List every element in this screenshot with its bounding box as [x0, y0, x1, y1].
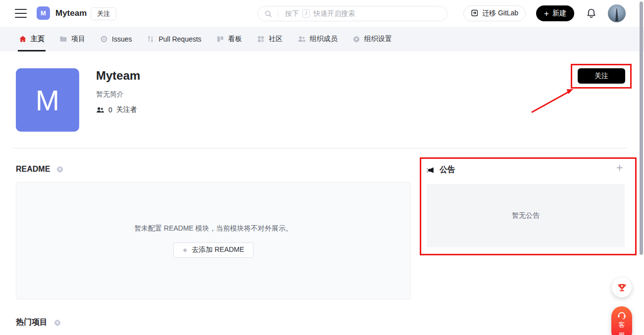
- add-announcement-button[interactable]: +: [616, 162, 623, 174]
- search-input[interactable]: 按下 / 快速开启搜索: [257, 6, 447, 21]
- trophy-icon: [617, 283, 627, 292]
- members-icon: [297, 35, 306, 43]
- announcement-empty-message: 暂无公告: [512, 211, 540, 220]
- popular-title: 热门项目: [16, 317, 48, 328]
- annotation-arrow: [524, 85, 581, 116]
- readme-title: README: [16, 165, 50, 174]
- header-team-name[interactable]: Myteam: [55, 0, 87, 27]
- team-avatar-small: M: [37, 6, 50, 20]
- add-readme-button[interactable]: + 去添加 README: [173, 242, 254, 258]
- search-icon: [264, 10, 272, 18]
- search-divider: [278, 9, 278, 18]
- readme-section-header: README: [16, 165, 64, 174]
- tab-issues[interactable]: Issues: [100, 27, 132, 51]
- plus-icon: +: [544, 9, 549, 18]
- org-followers[interactable]: 0 关注者: [96, 105, 137, 114]
- followers-label: 关注者: [116, 105, 137, 114]
- issue-icon: [100, 35, 108, 43]
- import-icon: [471, 9, 479, 18]
- notifications-bell-icon[interactable]: [586, 8, 596, 21]
- org-name: Myteam: [96, 69, 140, 83]
- announcement-header: 公告: [427, 165, 455, 175]
- service-label-char: 客: [619, 321, 625, 330]
- hamburger-menu-icon[interactable]: [15, 9, 27, 18]
- popular-settings-gear-icon[interactable]: [53, 319, 61, 327]
- community-grid-icon: [257, 35, 265, 43]
- customer-service-button[interactable]: 客 服: [611, 306, 632, 335]
- followers-icon: [96, 106, 104, 114]
- header-follow-button[interactable]: 关注: [91, 7, 116, 20]
- org-nav-tabs: 主页 项目 Issues Pull Requests 看板 社区 组织成员 组: [0, 27, 644, 51]
- tab-community[interactable]: 社区: [257, 27, 283, 51]
- tab-projects[interactable]: 项目: [59, 27, 85, 51]
- top-header: M Myteam 关注 按下 / 快速开启搜索 迁移 GitLab + 新建: [0, 0, 644, 27]
- rewards-trophy-button[interactable]: [612, 278, 632, 297]
- tab-settings[interactable]: 组织设置: [352, 27, 392, 51]
- readme-empty-panel: 暂未配置 README 模块，当前模块将不对外展示。 + 去添加 README: [16, 182, 411, 299]
- slash-key-hint: /: [302, 9, 310, 18]
- home-icon: [19, 35, 27, 43]
- announcement-empty-panel: 暂无公告: [427, 184, 625, 247]
- settings-gear-icon: [352, 35, 360, 43]
- vertical-scrollbar[interactable]: [640, 1, 643, 255]
- folder-icon: [59, 35, 67, 43]
- search-placeholder: 按下 / 快速开启搜索: [285, 9, 355, 18]
- service-label-char: 服: [619, 331, 625, 335]
- announcement-title: 公告: [440, 165, 455, 175]
- section-divider: [13, 148, 627, 148]
- plus-icon: +: [183, 246, 188, 254]
- followers-count: 0: [108, 106, 112, 114]
- org-description: 暂无简介: [96, 90, 124, 99]
- headset-icon: [617, 311, 627, 319]
- tab-kanban[interactable]: 看板: [216, 27, 242, 51]
- tab-pull-requests[interactable]: Pull Requests: [147, 27, 201, 51]
- readme-settings-gear-icon[interactable]: [56, 165, 64, 173]
- pull-request-icon: [147, 35, 154, 43]
- readme-empty-message: 暂未配置 README 模块，当前模块将不对外展示。: [134, 224, 293, 233]
- kanban-icon: [216, 35, 224, 43]
- migrate-gitlab-button[interactable]: 迁移 GitLab: [463, 5, 526, 21]
- org-avatar: M: [16, 68, 79, 132]
- new-button[interactable]: + 新建: [536, 5, 574, 21]
- user-avatar[interactable]: [608, 4, 626, 22]
- megaphone-icon: [427, 166, 435, 174]
- follow-button[interactable]: 关注: [578, 68, 625, 84]
- org-home-page: M Myteam 关注 按下 / 快速开启搜索 迁移 GitLab + 新建: [0, 0, 644, 335]
- tab-members[interactable]: 组织成员: [297, 27, 338, 51]
- tab-home[interactable]: 主页: [19, 27, 45, 51]
- popular-section-header: 热门项目: [16, 317, 61, 328]
